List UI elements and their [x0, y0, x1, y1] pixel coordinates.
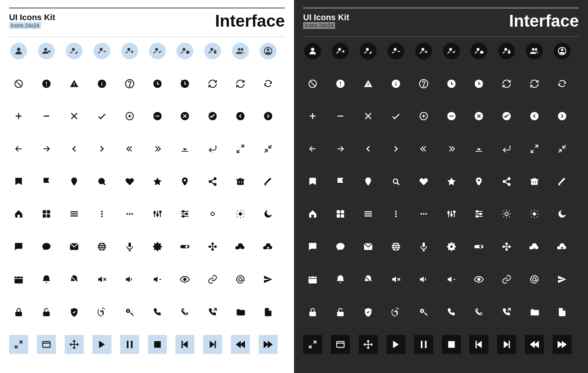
- dark-fast-forward-icon-cell: [553, 335, 572, 354]
- dark-transfer-user-icon-bg: [415, 43, 432, 59]
- dark-collapse-icon-cell: [553, 139, 572, 158]
- svg-point-96: [208, 245, 211, 248]
- svg-marker-115: [264, 276, 272, 283]
- dark-speech-bubble-icon-cell: [331, 237, 350, 256]
- svg-point-97: [211, 242, 214, 245]
- svg-point-75: [126, 213, 128, 215]
- dark-play-icon-cell: [386, 335, 405, 354]
- nodes-icon-cell: [203, 237, 222, 256]
- remove-user-icon-bg: [94, 43, 110, 59]
- svg-marker-130: [183, 341, 188, 349]
- dark-volume-off-icon-cell: [442, 270, 461, 289]
- dark-skip-forward-icon-cell: [497, 335, 516, 354]
- dark-header-left: UI Icons Kit Icons 24x24: [303, 13, 349, 29]
- dark-sync-icon-cell: [553, 74, 572, 93]
- svg-marker-111: [154, 276, 157, 282]
- dark-cloud-upload-icon-cell: [553, 237, 572, 256]
- add-user-icon-cell: [37, 41, 56, 61]
- svg-rect-230: [422, 242, 425, 247]
- dark-question-icon-cell: [414, 74, 433, 93]
- microphone-icon-cell: [120, 237, 139, 256]
- dark-chevron-right-circle-icon-cell: [553, 107, 572, 126]
- dots-vertical-icon-cell: [92, 204, 111, 223]
- svg-marker-55: [153, 177, 162, 185]
- phone-off-icon-cell: [175, 303, 194, 322]
- folder-icon-cell: [231, 303, 250, 322]
- svg-point-165: [423, 86, 424, 86]
- dark-plus-icon-cell: [303, 107, 322, 126]
- dark-phone-icon-cell: [442, 303, 461, 322]
- skip-back-icon-cell: [175, 335, 194, 354]
- svg-point-151: [535, 48, 537, 51]
- dark-at-sign-icon-cell: [525, 270, 544, 289]
- dark-pause-icon-cell: [414, 335, 433, 354]
- svg-point-7: [127, 48, 130, 51]
- svg-point-5: [100, 48, 103, 51]
- spinner-icon-cell: [203, 204, 222, 223]
- dark-gear-icon-cell: [442, 237, 461, 256]
- dark-interface-title: Interface: [509, 11, 579, 30]
- file-icon-cell: [259, 303, 278, 322]
- dark-toggle-icon-cell: [469, 237, 488, 256]
- svg-marker-251: [448, 276, 451, 282]
- svg-point-142: [366, 48, 369, 51]
- dark-kit-title: UI Icons Kit: [303, 13, 349, 22]
- svg-point-1: [44, 48, 47, 51]
- dark-heart-icon-cell: [414, 172, 433, 191]
- svg-point-192: [394, 179, 397, 183]
- svg-point-22: [74, 86, 75, 86]
- svg-point-212: [395, 213, 397, 215]
- dark-flag-icon-cell: [331, 172, 350, 191]
- dark-share-icon-cell: [497, 172, 516, 191]
- svg-rect-133: [215, 341, 216, 349]
- transfer-user-icon-cell: [120, 41, 139, 61]
- refresh-cw-icon-cell: [231, 74, 250, 93]
- edit-user-icon-cell: [65, 41, 84, 61]
- dark-lock-user-icon-bg: [498, 43, 515, 59]
- dark-profile-user-icon-cell: [553, 41, 572, 61]
- equalizer-icon-cell: [148, 204, 167, 223]
- svg-line-61: [211, 182, 215, 184]
- collapse-icon-cell: [259, 139, 278, 158]
- svg-marker-194: [447, 177, 456, 185]
- svg-marker-250: [420, 276, 424, 282]
- svg-point-82: [156, 214, 158, 215]
- svg-point-253: [478, 278, 480, 281]
- lock-user-icon-bg: [204, 43, 221, 59]
- question-icon-cell: [120, 74, 139, 93]
- stop-icon-cell: [148, 335, 167, 354]
- dark-location-icon-cell: [469, 172, 488, 191]
- dark-double-chevron-left-icon-cell: [414, 139, 433, 158]
- svg-rect-159: [368, 83, 369, 85]
- dark-remove-user-icon-bg: [388, 43, 404, 59]
- svg-point-221: [450, 214, 452, 215]
- double-chevron-left-icon-cell: [120, 139, 139, 158]
- svg-line-49: [269, 145, 272, 148]
- svg-point-10: [210, 48, 213, 51]
- svg-point-88: [239, 212, 242, 216]
- arrow-left-icon-cell: [9, 139, 28, 158]
- expand-icon-cell: [231, 139, 250, 158]
- svg-point-84: [183, 211, 184, 212]
- dark-fullscreen-icon-cell: [303, 335, 322, 354]
- dark-ban-icon-cell: [303, 74, 322, 93]
- dark-search-icon-cell: [386, 172, 405, 191]
- dark-protected-user-icon-cell: [469, 41, 488, 61]
- svg-point-220: [448, 212, 449, 214]
- chevron-left-icon-cell: [65, 139, 84, 158]
- svg-point-59: [214, 183, 216, 185]
- svg-point-226: [505, 212, 509, 216]
- dark-menu-icon-cell: [359, 204, 378, 223]
- trash-icon-cell: [231, 172, 250, 191]
- dark-rewind-icon-cell: [525, 335, 544, 354]
- dark-globe-icon-cell: [386, 237, 405, 256]
- svg-point-76: [129, 213, 130, 215]
- dark-nodes-icon-cell: [497, 237, 516, 256]
- dark-folder-icon-cell: [525, 303, 544, 322]
- svg-rect-67: [43, 215, 46, 218]
- dark-bookmark-icon-cell: [303, 172, 322, 191]
- remove-user-icon-cell: [92, 41, 111, 61]
- rewind-icon-cell: [231, 335, 250, 354]
- svg-point-87: [211, 212, 215, 216]
- light-kit-title: UI Icons Kit: [9, 13, 55, 22]
